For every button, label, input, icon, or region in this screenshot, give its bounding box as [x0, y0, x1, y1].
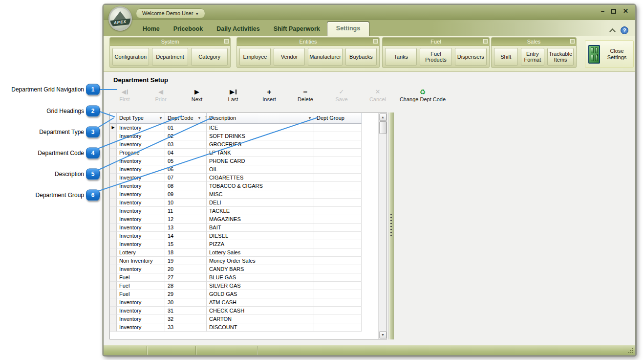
tab-settings[interactable]: Settings [327, 22, 369, 36]
table-row[interactable]: Inventory06OIL [110, 165, 362, 174]
table-row[interactable]: Inventory33DISCOUNT [110, 323, 362, 332]
insert-icon: + [251, 88, 287, 96]
ribbon: SystemConfigurationDepartmentCategoryEnt… [104, 36, 635, 72]
maximize-button[interactable] [611, 9, 616, 14]
tab-daily-activities[interactable]: Daily Activities [210, 22, 266, 36]
table-row[interactable]: Propane04LP TANK [110, 149, 362, 157]
delete-button[interactable]: −Delete [287, 88, 323, 102]
minimize-button[interactable]: – [601, 8, 604, 15]
toolbar-item-label: Last [215, 96, 251, 102]
cell-dept-code: 03 [165, 140, 207, 149]
shift-button[interactable]: Shift [494, 48, 518, 66]
manufacturer-button[interactable]: Manufacturer [308, 48, 343, 66]
cell-description: MAGAZINES [207, 215, 314, 224]
user-menu-button[interactable]: Welcome Demo User▾ [136, 8, 205, 19]
table-row[interactable]: Inventory14DIESEL [110, 232, 362, 240]
column-header-dept-type[interactable]: Dept Type▼ [117, 113, 165, 123]
dialog-launcher-icon[interactable] [373, 39, 378, 44]
table-row[interactable]: Inventory03GROCERIES [110, 140, 362, 149]
buybacks-button[interactable]: Buybacks [345, 48, 377, 66]
table-row[interactable]: Inventory10DELI [110, 199, 362, 207]
scrollbar-thumb[interactable] [379, 121, 386, 134]
employee-button[interactable]: Employee [239, 48, 271, 66]
cell-description: ATM CASH [207, 298, 314, 307]
column-header-description[interactable]: Description▼ [207, 113, 314, 123]
cell-dept-code: 32 [165, 315, 207, 323]
insert-button[interactable]: +Insert [251, 88, 287, 102]
tanks-button[interactable]: Tanks [385, 48, 417, 66]
table-row[interactable]: Inventory31CHECK CASH [110, 307, 362, 315]
column-header-dept-code[interactable]: Dept Code▼↑ [165, 113, 207, 123]
table-row[interactable]: Inventory13BAIT [110, 224, 362, 232]
table-row[interactable]: ▶Inventory01ICE [110, 124, 362, 132]
table-row[interactable]: Non Inventory19Money Order Sales [110, 257, 362, 265]
table-row[interactable]: Lottery18Lottery Sales [110, 248, 362, 257]
tab-pricebook[interactable]: Pricebook [167, 22, 210, 36]
dialog-launcher-icon[interactable] [483, 39, 488, 44]
collapse-ribbon-icon[interactable] [609, 28, 616, 35]
statusbar-separator [195, 346, 196, 355]
row-indicator [110, 240, 117, 248]
row-indicator [110, 140, 117, 149]
scroll-down-icon[interactable]: ▼ [379, 331, 386, 338]
table-row[interactable]: Fuel29GOLD GAS [110, 290, 362, 298]
cell-dept-code: 14 [165, 232, 207, 240]
table-row[interactable]: Inventory11TACKLE [110, 207, 362, 215]
filter-dropdown-icon[interactable]: ▼ [197, 116, 201, 120]
help-icon[interactable]: ? [621, 26, 628, 34]
cell-dept-code: 08 [165, 182, 207, 190]
row-indicator [110, 182, 117, 190]
table-row[interactable]: Inventory32CARTON [110, 315, 362, 323]
cell-dept-type: Inventory [117, 174, 165, 182]
splitter-handle[interactable] [388, 112, 394, 339]
entry-format-button[interactable]: Entry Format [521, 48, 545, 66]
table-row[interactable]: Inventory15PIZZA [110, 240, 362, 248]
vendor-button[interactable]: Vendor [274, 48, 305, 66]
column-header-dept-group[interactable]: Dept Group [314, 113, 362, 123]
table-row[interactable]: Inventory07CIGARETTES [110, 174, 362, 182]
save-button: ✓Save [323, 88, 360, 102]
cell-description: MISC [207, 190, 314, 199]
fuel-products-button[interactable]: Fuel Products [420, 48, 451, 66]
row-indicator [110, 257, 117, 265]
dialog-launcher-icon[interactable] [224, 39, 229, 44]
tab-shift-paperwork[interactable]: Shift Paperwork [267, 22, 327, 36]
cell-dept-group [314, 240, 362, 248]
category-button[interactable]: Category [191, 48, 228, 66]
trackable-items-button[interactable]: Trackable Items [547, 48, 574, 66]
callout-badge-1: 1 [86, 84, 100, 95]
dialog-launcher-icon[interactable] [570, 39, 575, 44]
filter-dropdown-icon[interactable]: ▼ [308, 116, 312, 120]
cell-description: TOBACCO & CIGARS [207, 182, 314, 190]
vertical-scrollbar[interactable]: ▲ ▼ [378, 113, 386, 339]
resize-grip-icon[interactable] [628, 348, 634, 354]
cell-description: CHECK CASH [207, 307, 314, 315]
table-row[interactable]: Inventory30ATM CASH [110, 298, 362, 307]
table-row[interactable]: Inventory02SOFT DRINKS [110, 132, 362, 140]
next-button[interactable]: ▶Next [179, 88, 215, 102]
scroll-up-icon[interactable]: ▲ [379, 113, 386, 121]
cell-dept-group [314, 124, 362, 132]
tab-home[interactable]: Home [136, 22, 167, 36]
cell-description: DELI [207, 199, 314, 207]
table-row[interactable]: Inventory20CANDY BARS [110, 265, 362, 273]
cell-dept-code: 27 [165, 273, 207, 282]
cell-dept-group [314, 199, 362, 207]
callout-label-6: Department Group [0, 192, 84, 199]
last-button[interactable]: ▶Last [215, 88, 251, 102]
close-settings-button[interactable]: Close Settings [585, 40, 634, 68]
table-row[interactable]: Inventory05PHONE CARD [110, 157, 362, 165]
cell-description: DISCOUNT [207, 323, 314, 332]
table-row[interactable]: Fuel27BLUE GAS [110, 273, 362, 282]
filter-dropdown-icon[interactable]: ▼ [159, 116, 163, 120]
table-row[interactable]: Inventory08TOBACCO & CIGARS [110, 182, 362, 190]
toolbar-item-label: Prior [143, 96, 179, 102]
dispensers-button[interactable]: Dispensers [455, 48, 487, 66]
department-button[interactable]: Department [152, 48, 189, 66]
configuration-button[interactable]: Configuration [112, 48, 149, 66]
change-dept-code-button[interactable]: ♻Change Dept Code [396, 88, 450, 102]
table-row[interactable]: Inventory09MISC [110, 190, 362, 199]
table-row[interactable]: Inventory12MAGAZINES [110, 215, 362, 224]
close-button[interactable]: ✕ [623, 8, 628, 15]
table-row[interactable]: Fuel28SILVER GAS [110, 282, 362, 290]
